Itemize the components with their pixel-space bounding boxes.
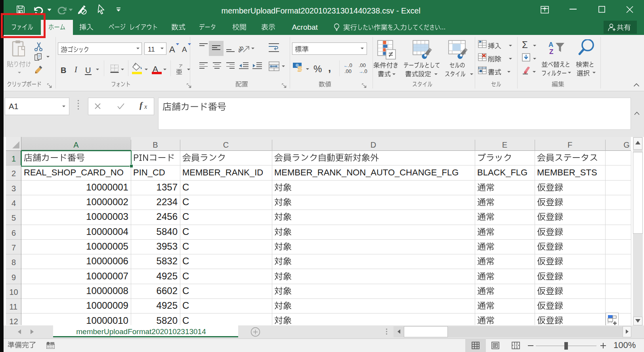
svg-text:ab: ab bbox=[239, 44, 245, 54]
